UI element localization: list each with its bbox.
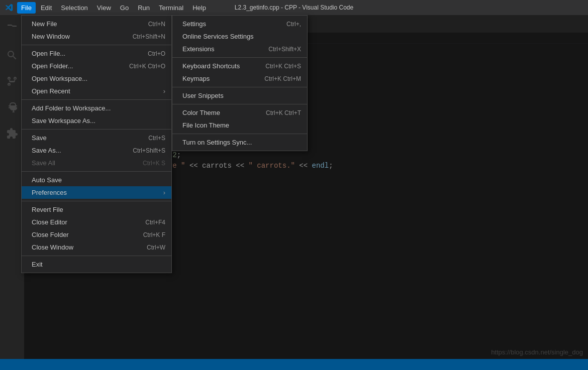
menu-save-workspace-as[interactable]: Save Workspace As...: [22, 114, 171, 127]
menu-close-folder[interactable]: Close Folder Ctrl+K F: [22, 228, 171, 241]
menu-close-window[interactable]: Close Window Ctrl+W: [22, 241, 171, 254]
menu-run[interactable]: Run: [134, 2, 154, 14]
menu-new-window[interactable]: New Window Ctrl+Shift+N: [22, 30, 171, 43]
separator-2: [22, 99, 171, 100]
menu-open-workspace[interactable]: Open Workspace...: [22, 72, 171, 85]
preferences-menu: Settings Ctrl+, Online Services Settings…: [172, 15, 308, 151]
pref-color-theme[interactable]: Color Theme Ctrl+K Ctrl+T: [172, 106, 307, 119]
menu-open-file[interactable]: Open File... Ctrl+O: [22, 47, 171, 60]
menu-auto-save[interactable]: Auto Save: [22, 174, 171, 186]
menu-bar: File Edit Selection View Go Run Terminal…: [17, 2, 210, 14]
menu-save[interactable]: Save Ctrl+S: [22, 132, 171, 144]
menu-selection[interactable]: Selection: [57, 2, 91, 14]
separator-4: [22, 171, 171, 172]
menu-preferences[interactable]: Preferences ›: [22, 186, 171, 199]
pref-extensions[interactable]: Extensions Ctrl+Shift+X: [172, 43, 307, 55]
pref-settings-sync[interactable]: Turn on Settings Sync...: [172, 136, 307, 149]
menu-go[interactable]: Go: [116, 2, 133, 14]
separator-6: [22, 256, 171, 256]
pref-keymaps[interactable]: Keymaps Ctrl+K Ctrl+M: [172, 72, 307, 85]
menu-save-as[interactable]: Save As... Ctrl+Shift+S: [22, 144, 171, 157]
menu-edit[interactable]: Edit: [37, 2, 56, 14]
pref-file-icon-theme[interactable]: File Icon Theme: [172, 119, 307, 132]
pref-sep-4: [172, 134, 307, 134]
menu-file[interactable]: File: [17, 2, 36, 14]
separator-5: [22, 201, 171, 201]
file-menu: New File Ctrl+N New Window Ctrl+Shift+N …: [21, 15, 172, 273]
menu-open-recent[interactable]: Open Recent ›: [22, 85, 171, 97]
title-bar: File Edit Selection View Go Run Terminal…: [0, 0, 588, 15]
menu-terminal[interactable]: Terminal: [155, 2, 187, 14]
pref-keyboard-shortcuts[interactable]: Keyboard Shortcuts Ctrl+K Ctrl+S: [172, 60, 307, 72]
window-title: L2.3_getinfo.cpp - CPP - Visual Studio C…: [235, 4, 353, 11]
pref-user-snippets[interactable]: User Snippets: [172, 89, 307, 102]
menu-open-folder[interactable]: Open Folder... Ctrl+K Ctrl+O: [22, 60, 171, 72]
menu-help[interactable]: Help: [188, 2, 210, 14]
menu-add-folder[interactable]: Add Folder to Workspace...: [22, 102, 171, 114]
menu-exit[interactable]: Exit: [22, 258, 171, 271]
menu-close-editor[interactable]: Close Editor Ctrl+F4: [22, 216, 171, 228]
menu-new-file[interactable]: New File Ctrl+N: [22, 18, 171, 30]
pref-settings[interactable]: Settings Ctrl+,: [172, 18, 307, 30]
pref-sep-2: [172, 87, 307, 87]
separator-3: [22, 129, 171, 130]
menu-view[interactable]: View: [93, 2, 115, 14]
pref-sep-1: [172, 57, 307, 58]
vscode-logo: [5, 4, 13, 12]
pref-online-services[interactable]: Online Services Settings: [172, 30, 307, 43]
pref-sep-3: [172, 104, 307, 104]
menu-revert-file[interactable]: Revert File: [22, 203, 171, 216]
separator-1: [22, 45, 171, 45]
menu-save-all: Save All Ctrl+K S: [22, 157, 171, 169]
